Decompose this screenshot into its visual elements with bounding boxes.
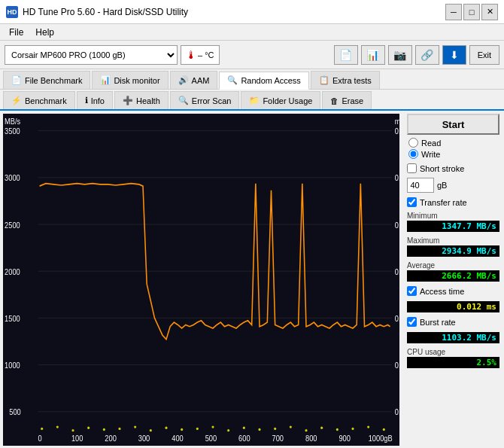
svg-point-57: [383, 428, 385, 431]
svg-text:0.20: 0.20: [395, 267, 399, 276]
svg-point-54: [336, 428, 339, 431]
toolbar-btn-4[interactable]: 🔗: [415, 45, 439, 65]
toolbar-btn-1[interactable]: 📄: [334, 45, 358, 65]
svg-point-41: [134, 425, 136, 428]
svg-point-48: [243, 427, 245, 429]
tab-file-benchmark[interactable]: 📄 File Benchmark: [3, 71, 90, 89]
menu-file[interactable]: File: [3, 26, 29, 39]
svg-text:500: 500: [205, 434, 217, 443]
write-radio-label[interactable]: Write: [408, 149, 499, 159]
svg-text:0.30: 0.30: [395, 174, 399, 182]
tab-error-scan-label: Error Scan: [192, 96, 232, 105]
toolbar-btn-3[interactable]: 📷: [388, 45, 412, 65]
svg-point-53: [320, 427, 323, 429]
svg-point-52: [305, 429, 307, 431]
svg-point-36: [56, 425, 59, 428]
svg-point-46: [211, 425, 214, 428]
tab-benchmark[interactable]: ⚡ Benchmark: [3, 91, 75, 109]
average-value: 2666.2 MB/s: [407, 270, 499, 282]
right-panel: Start Read Write Short stroke gB Transfe…: [402, 111, 504, 448]
tab-aam[interactable]: 🔊 AAM: [170, 71, 218, 89]
write-radio[interactable]: [408, 149, 418, 159]
svg-point-42: [150, 429, 152, 431]
close-button[interactable]: ✕: [481, 4, 498, 20]
svg-text:800: 800: [305, 434, 317, 443]
tab-random-access-label: Random Access: [241, 76, 300, 85]
maximum-value: 2934.9 MB/s: [407, 245, 499, 257]
short-stroke-checkbox-label[interactable]: Short stroke: [407, 163, 499, 173]
tab-info[interactable]: ℹ Info: [77, 91, 113, 109]
svg-text:3500: 3500: [5, 127, 20, 136]
toolbar-btn-2[interactable]: 📊: [361, 45, 385, 65]
tab-disk-monitor-label: Disk monitor: [114, 76, 159, 85]
burst-rate-checkbox-label[interactable]: Burst rate: [407, 317, 499, 327]
drive-select[interactable]: Corsair MP600 PRO (1000 gB): [5, 45, 178, 65]
minimum-value: 1347.7 MB/s: [407, 221, 499, 232]
tab-benchmark-label: Benchmark: [25, 96, 67, 105]
short-stroke-input[interactable]: [407, 178, 434, 193]
svg-text:MB/s: MB/s: [5, 117, 20, 125]
aam-icon: 🔊: [178, 75, 189, 85]
svg-point-35: [41, 428, 43, 430]
svg-rect-0: [3, 114, 399, 446]
tab-extra-tests[interactable]: 📋 Extra tests: [311, 71, 380, 89]
average-label: Average: [407, 261, 499, 270]
transfer-rate-checkbox[interactable]: [407, 197, 417, 207]
start-button[interactable]: Start: [407, 114, 499, 135]
title-bar-left: HD HD Tune Pro 5.60 - Hard Disk/SSD Util…: [6, 6, 188, 18]
svg-point-55: [351, 428, 354, 430]
burst-rate-label: Burst rate: [420, 318, 456, 327]
svg-point-45: [196, 428, 199, 430]
main-content: 3500 3000 2500 2000 1500 1000 500 MB/s 0…: [0, 111, 504, 448]
tab-folder-usage[interactable]: 📁 Folder Usage: [241, 91, 320, 109]
short-stroke-checkbox[interactable]: [407, 163, 417, 173]
svg-text:500: 500: [9, 408, 21, 416]
svg-text:200: 200: [105, 434, 117, 443]
toolbar: Corsair MP600 PRO (1000 gB) 🌡 – °C 📄 📊 📷…: [0, 41, 504, 69]
svg-text:0: 0: [38, 434, 43, 443]
read-radio[interactable]: [408, 138, 418, 148]
minimize-button[interactable]: ─: [445, 4, 462, 20]
svg-text:0.10: 0.10: [395, 361, 399, 370]
tab-erase[interactable]: 🗑 Erase: [322, 91, 372, 109]
svg-point-50: [274, 428, 276, 430]
benchmark-chart: 3500 3000 2500 2000 1500 1000 500 MB/s 0…: [3, 114, 399, 446]
svg-point-43: [165, 427, 167, 429]
svg-text:1000gB: 1000gB: [369, 434, 393, 443]
svg-text:0.15: 0.15: [395, 315, 399, 323]
benchmark-icon: ⚡: [11, 96, 22, 105]
toolbar-btn-5[interactable]: ⬇: [442, 45, 466, 65]
tab-folder-usage-label: Folder Usage: [263, 96, 312, 105]
app-icon: HD: [6, 6, 18, 18]
info-icon: ℹ: [85, 96, 88, 105]
erase-icon: 🗑: [330, 96, 339, 105]
write-label: Write: [421, 150, 440, 159]
cpu-usage-value: 2.5%: [407, 357, 499, 368]
tab-health[interactable]: ➕ Health: [114, 91, 169, 109]
menu-help[interactable]: Help: [29, 26, 60, 39]
svg-text:ms: ms: [395, 117, 399, 125]
read-radio-label[interactable]: Read: [408, 138, 499, 148]
burst-rate-checkbox[interactable]: [407, 317, 417, 327]
transfer-rate-checkbox-label[interactable]: Transfer rate: [407, 197, 499, 207]
tab-health-label: Health: [136, 96, 160, 105]
menu-bar: File Help: [0, 24, 504, 41]
maximum-section: Maximum 2934.9 MB/s: [407, 236, 499, 257]
svg-point-49: [258, 428, 260, 431]
svg-text:100: 100: [71, 434, 83, 443]
svg-point-47: [227, 429, 229, 431]
tab-error-scan[interactable]: 🔍 Error Scan: [170, 91, 240, 109]
access-time-value: 0.012 ms: [407, 301, 499, 312]
svg-text:0.35: 0.35: [395, 127, 399, 136]
exit-button[interactable]: Exit: [469, 45, 499, 65]
burst-rate-value: 1103.2 MB/s: [407, 332, 499, 343]
tab-random-access[interactable]: 🔍 Random Access: [219, 72, 308, 90]
access-time-checkbox-label[interactable]: Access time: [407, 286, 499, 296]
maximize-button[interactable]: □: [463, 4, 480, 20]
short-stroke-unit: gB: [437, 181, 447, 190]
svg-point-38: [87, 427, 90, 429]
tab-aam-label: AAM: [192, 76, 210, 85]
tab-disk-monitor[interactable]: 📊 Disk monitor: [92, 71, 168, 89]
access-time-checkbox[interactable]: [407, 286, 417, 296]
svg-text:400: 400: [172, 434, 184, 443]
